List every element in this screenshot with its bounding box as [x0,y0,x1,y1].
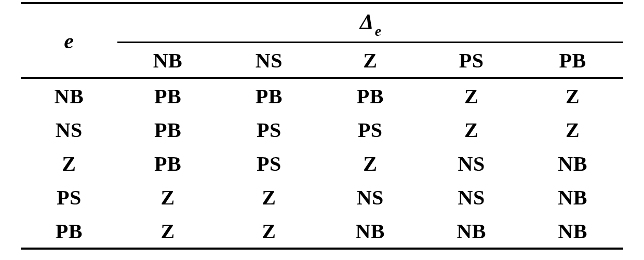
cell: NB [522,214,623,249]
cell: Z [218,180,319,214]
cell: Z [117,214,219,249]
col-header: PB [522,43,623,78]
table-row: PB Z Z NB NB NB [21,214,623,249]
cell: Z [117,180,219,214]
cell: Z [522,113,623,146]
table-row: PS Z Z NS NS NB [21,180,623,214]
cell: NS [421,146,522,180]
row-variable-text: e [64,29,74,53]
table-row: NS PB PS PS Z Z [21,113,623,146]
fuzzy-rule-table: e Δe NB NS Z PS PB NB PB PB PB Z Z NS PB… [21,2,623,250]
fuzzy-rule-table-container: e Δe NB NS Z PS PB NB PB PB PB Z Z NS PB… [0,0,644,254]
cell: PS [319,113,421,146]
row-header: NB [21,78,117,113]
col-header: NS [218,43,319,78]
row-header: PS [21,180,117,214]
cell: NB [319,214,421,249]
cell: PB [117,146,219,180]
cell: PB [218,78,319,113]
cell: NB [421,214,522,249]
cell: PS [218,146,319,180]
column-variable-label: Δe [117,3,623,43]
column-variable-delta: Δ [360,10,374,34]
cell: NB [522,180,623,214]
row-header: PB [21,214,117,249]
cell: Z [319,146,421,180]
column-variable-sub: e [375,23,382,39]
cell: PB [117,78,219,113]
cell: Z [421,113,522,146]
cell: PB [117,113,219,146]
cell: Z [522,78,623,113]
cell: NS [319,180,421,214]
col-header: Z [319,43,421,78]
cell: Z [218,214,319,249]
col-header: NB [117,43,219,78]
col-header: PS [421,43,522,78]
cell: NS [421,180,522,214]
cell: Z [421,78,522,113]
row-header: NS [21,113,117,146]
table-row: NB PB PB PB Z Z [21,78,623,113]
row-header: Z [21,146,117,180]
cell: PB [319,78,421,113]
cell: PS [218,113,319,146]
table-row: Z PB PS Z NS NB [21,146,623,180]
cell: NB [522,146,623,180]
table-header-row-1: e Δe [21,3,623,43]
row-variable-label: e [21,3,117,78]
